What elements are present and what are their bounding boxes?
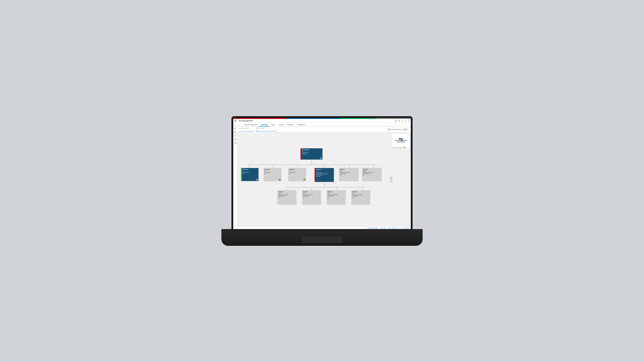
category-b-node[interactable]: Category B Health State Ok 🖼 <box>264 168 282 181</box>
scroll-down-button[interactable]: ▼ <box>390 181 392 182</box>
pd3-status: Ok <box>278 197 296 198</box>
component-field: Test/Component * ✕ <box>256 127 276 131</box>
app-header: Tool Management 📞 ⏰ ⊞ 🔔 🔍 <box>233 119 411 123</box>
grid-icon[interactable]: ⊞ <box>401 120 403 122</box>
tab-tools-components[interactable]: Tools & Components <box>242 123 259 126</box>
footer-legal-link[interactable]: Legal Notice <box>380 227 386 229</box>
minimap-l2-3 <box>401 141 403 143</box>
footer-corporate-link[interactable]: Corporate Information <box>368 227 378 229</box>
tab-types[interactable]: Types <box>270 123 277 126</box>
position-pd2-node[interactable]: Position PD2 Component (empty) Health St… <box>327 190 346 205</box>
cat-b-body: Category B Health State Ok 🖼 <box>264 168 281 181</box>
laptop-base <box>222 229 422 246</box>
minimap-l2-4 <box>403 141 405 143</box>
app-footer: Corporate Information Legal Notice Data … <box>233 226 411 229</box>
tab-properties[interactable]: Properties <box>285 123 296 126</box>
position-1-node[interactable]: Position 1 Component A1ComponentTypeA #3… <box>314 168 334 182</box>
notification-close-button[interactable]: Close <box>403 128 408 130</box>
minimap-l1-1 <box>395 140 397 141</box>
position-asdads-node[interactable]: Position asdads Component (empty) Health… <box>362 168 382 181</box>
position-pd3-node[interactable]: Position PD3 Component (empty) Health St… <box>278 190 296 205</box>
sidebar-icon-3[interactable]: T <box>234 134 236 137</box>
notification-text: Component added. <box>390 129 402 130</box>
minimap-l1-2 <box>397 140 399 141</box>
phone-icon[interactable]: 📞 <box>395 120 397 122</box>
type-input[interactable] <box>238 129 254 131</box>
minimap-l2-1 <box>397 141 399 143</box>
cat-n-status: Ok <box>289 173 305 174</box>
clock-icon[interactable]: ⏰ <box>398 120 400 122</box>
footer-data-protection-link[interactable]: Data Protection Notice <box>388 227 399 229</box>
cat-b-image-icon: 🖼 <box>279 179 281 180</box>
root-node-title: Component <box>302 149 322 151</box>
type-search-field: Type (30 from 3338) <box>238 128 254 131</box>
scroll-middle-button[interactable]: — <box>390 179 392 180</box>
hierarchy-validation-label: Hierarchy Validation: <box>393 147 403 148</box>
pos-dfg-body: Position dfg Component (empty) Health St… <box>339 168 358 181</box>
pos1-title: Position <box>316 169 333 170</box>
pd1-title: Position <box>303 191 320 193</box>
cat-a-status: Ok <box>242 173 258 174</box>
pd0-body: Position PD0 Component (empty) Health St… <box>352 190 370 204</box>
pd0-status: Ok <box>352 197 370 198</box>
scroll-up-button[interactable]: ▲ <box>390 177 392 178</box>
tab-notifications[interactable]: Notifications <box>296 123 307 126</box>
laptop-hinge <box>232 229 412 230</box>
pd3-body: Position PD3 Component (empty) Health St… <box>278 190 296 204</box>
pos1-status: Blocked <box>316 176 333 177</box>
component-label: Test/Component * <box>256 127 276 129</box>
sidebar-icon-2[interactable]: ⊞ <box>234 131 236 134</box>
notification-success-icon <box>388 129 390 130</box>
sidebar-icon-4[interactable]: ◈ <box>234 138 236 141</box>
scroll-controls: ▲ — ▼ <box>390 177 392 182</box>
hierarchy-validation: Hierarchy Validation: <box>392 147 409 148</box>
pd1-body: Position PD1 Component (empty) Health St… <box>302 190 321 204</box>
pos-dfg-status: Ok <box>340 174 358 176</box>
minimap-l1-5 <box>403 140 405 141</box>
cat-b-title: Category <box>264 169 281 170</box>
position-pd1-node[interactable]: Position PD1 Component (empty) Health St… <box>302 190 321 205</box>
cat-n-image-icon: 🖼 <box>304 179 305 180</box>
pd2-body: Position PD2 Component (empty) Health St… <box>327 190 346 204</box>
root-node-image-icon: 🖼 <box>320 158 322 159</box>
pos-asdads-body: Position asdads Component (empty) Health… <box>362 168 382 181</box>
pd2-title: Position <box>328 191 345 193</box>
cat-b-status: Ok <box>264 173 281 174</box>
component-clear-button[interactable]: ✕ <box>275 129 276 131</box>
minimap-l1-3 <box>399 140 401 141</box>
sidebar-icon-1[interactable]: ≡ <box>234 127 236 130</box>
nav-tabs: Tools & Components Hierarchy Types Group… <box>233 123 411 126</box>
root-node-status: Blocked <box>302 153 322 155</box>
position-dfg-node[interactable]: Position dfg Component (empty) Health St… <box>339 168 359 181</box>
pos-asdads-title: Position <box>363 169 381 170</box>
cat-a-image-icon: 🖼 <box>256 179 258 180</box>
diagram-area: Component A 1 Health State Blocked 🖼 <box>237 132 411 226</box>
app-title: Tool Management <box>238 120 253 122</box>
toolbar: Type (30 from 3338) Test/Component * ✕ <box>237 126 411 132</box>
search-icon[interactable]: 🔍 <box>407 120 410 122</box>
bell-icon[interactable]: 🔔 <box>404 120 406 122</box>
hierarchy-validation-icon <box>404 147 405 148</box>
left-sidebar: ≡ ⊞ T ◈ ⚙ <box>233 126 237 226</box>
pos-dfg-title: Position <box>340 169 358 170</box>
root-node[interactable]: Component A 1 Health State Blocked 🖼 <box>300 148 323 160</box>
component-input[interactable] <box>256 129 275 131</box>
cat-n-body: Category N Health State Ok 🖼 <box>288 168 306 181</box>
sidebar-icon-5[interactable]: ⚙ <box>234 142 236 144</box>
tab-hierarchy[interactable]: Hierarchy <box>259 123 270 126</box>
footer-privacy-link[interactable]: Privacy Settings <box>401 227 409 229</box>
category-n-node[interactable]: Category N Health State Ok 🖼 <box>288 168 306 181</box>
pd0-title: Position <box>352 191 370 193</box>
minimap-l2-2 <box>399 141 401 143</box>
notification-banner: Component added. Close <box>386 128 410 131</box>
category-a-node[interactable]: Category A Health State Ok 🖼 <box>241 168 259 181</box>
minimap-root <box>399 138 403 139</box>
laptop-trackpad <box>302 236 342 243</box>
tab-groups[interactable]: Groups <box>277 123 285 126</box>
pos-asdads-status: Ok <box>363 174 381 176</box>
pd3-title: Position <box>278 191 296 193</box>
pos1-body: Position 1 Component A1ComponentTypeA #3… <box>316 168 334 182</box>
position-pd0-node[interactable]: Position PD0 Component (empty) Health St… <box>351 190 370 205</box>
root-node-body: Component A 1 Health State Blocked 🖼 <box>302 148 322 160</box>
hamburger-icon[interactable] <box>234 120 236 122</box>
